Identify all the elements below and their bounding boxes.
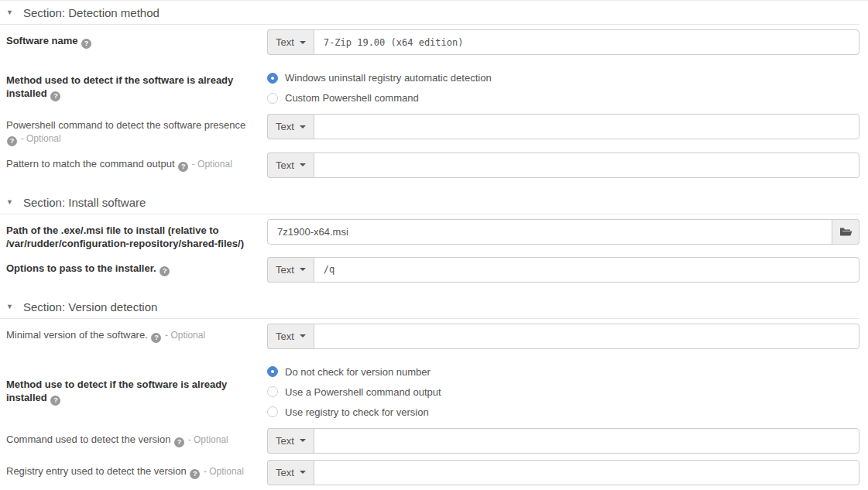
optional-suffix: - Optional [188,434,228,445]
optional-suffix: - Optional [21,133,61,144]
field-label: Options to pass to the installer. ? [6,257,256,283]
radio-input[interactable] [267,406,278,417]
field-label-text: Command used to detect the version [6,433,170,445]
type-selector-button[interactable]: Text [267,460,314,485]
form-row: Options to pass to the installer. ? Text [0,257,859,283]
input-group: Text [267,152,859,178]
field-label: Registry entry used to detect the versio… [6,460,256,485]
technique-form: ▼ Section: Detection method Software nam… [0,1,868,485]
field-label-text: Options to pass to the installer. [6,262,156,274]
type-selector-label: Text [276,435,294,447]
field-control: Text [267,257,859,283]
field-control: Windows uninstall registry automatic det… [267,72,859,104]
caret-down-icon [300,163,306,166]
field-label-text: Path of the .exe/.msi file to install (r… [6,224,244,249]
field-label: Method use to detect if the software is … [6,379,256,406]
form-row: Software name ? Text [0,29,859,55]
type-selector-button[interactable]: Text [267,428,314,454]
text-input[interactable] [314,257,859,283]
radio-group: Do not check for version number Use a Po… [267,366,441,418]
triangle-down-icon: ▼ [6,9,13,16]
input-group: Text [267,257,859,283]
radio-input[interactable] [267,93,278,104]
folder-open-icon [839,226,853,237]
radio-option[interactable]: Use a Powershell command output [267,386,441,398]
text-input[interactable] [314,152,859,178]
form-row: Pattern to match the command output ? - … [0,152,859,178]
form-section: ▼ Section: Install software Path of the … [0,190,868,283]
radio-input[interactable] [267,73,278,84]
input-group: Text [267,428,859,454]
section-body: Software name ? Text Method used to dete… [0,29,868,178]
section-title: Section: Install software [23,196,146,209]
field-control: Text [267,460,859,485]
input-group: Text [267,114,859,146]
radio-option-label: Use registry to check for version [285,406,429,418]
help-icon[interactable]: ? [160,266,170,276]
help-icon[interactable]: ? [50,91,60,101]
type-selector-button[interactable]: Text [267,29,314,55]
field-label: Powershell command to detect the softwar… [6,114,256,146]
caret-down-icon [300,334,306,338]
input-group: Text [267,29,859,55]
radio-option[interactable]: Custom Powershell command [267,92,492,104]
type-selector-label: Text [276,159,294,171]
caret-down-icon [300,125,306,128]
triangle-down-icon: ▼ [6,199,13,206]
radio-option[interactable]: Windows uninstall registry automatic det… [267,72,492,84]
help-icon[interactable]: ? [81,39,91,49]
section-body: Path of the .exe/.msi file to install (r… [0,219,868,283]
field-label: Path of the .exe/.msi file to install (r… [6,219,256,251]
radio-option-label: Custom Powershell command [285,92,419,104]
help-icon[interactable]: ? [50,396,60,406]
field-label: Software name ? [6,29,256,55]
section-header[interactable]: ▼ Section: Version detection [0,295,868,318]
browse-files-button[interactable] [832,219,859,245]
text-input[interactable] [314,460,859,485]
help-icon[interactable]: ? [190,469,200,479]
section-body: Minimal version of the software. ? - Opt… [0,324,868,485]
section-header[interactable]: ▼ Section: Install software [0,190,868,214]
field-label-text: Minimal version of the software. [6,329,148,341]
field-label: Pattern to match the command output ? - … [6,152,256,178]
section-divider [0,318,859,319]
caret-down-icon [300,41,306,44]
type-selector-label: Text [276,264,294,276]
text-input[interactable] [314,324,859,349]
help-icon[interactable]: ? [178,162,188,172]
radio-option-label: Do not check for version number [285,366,431,378]
form-row: Powershell command to detect the softwar… [0,114,859,146]
radio-option[interactable]: Do not check for version number [267,366,441,378]
section-title: Section: Version detection [23,300,157,314]
field-label: Method used to detect if the software is… [6,74,256,101]
optional-suffix: - Optional [165,330,205,341]
radio-input[interactable] [267,366,278,377]
help-icon[interactable]: ? [174,437,184,447]
optional-suffix: - Optional [204,466,244,477]
section-header[interactable]: ▼ Section: Detection method [0,1,868,24]
text-input[interactable] [314,428,859,454]
help-icon[interactable]: ? [151,333,161,343]
radio-input[interactable] [267,386,278,397]
field-control [267,219,859,251]
type-selector-button[interactable]: Text [267,114,314,139]
text-input[interactable] [314,29,859,55]
radio-option[interactable]: Use registry to check for version [267,406,441,418]
type-selector-button[interactable]: Text [267,257,314,283]
input-group [267,219,859,251]
field-label: Command used to detect the version ? - O… [6,428,256,454]
input-group: Text [267,324,859,349]
type-selector-button[interactable]: Text [267,324,314,349]
field-label-text: Registry entry used to detect the versio… [6,465,187,477]
file-path-input[interactable] [267,219,832,245]
section-divider [0,214,859,214]
text-input[interactable] [314,114,859,139]
caret-down-icon [300,471,306,474]
field-label-text: Powershell command to detect the softwar… [6,119,245,131]
field-label-text: Method use to detect if the software is … [6,379,227,403]
help-icon[interactable]: ? [7,136,17,146]
field-control: Text [267,324,859,349]
caret-down-icon [300,439,306,442]
radio-option-label: Use a Powershell command output [285,386,441,398]
type-selector-button[interactable]: Text [267,152,314,178]
